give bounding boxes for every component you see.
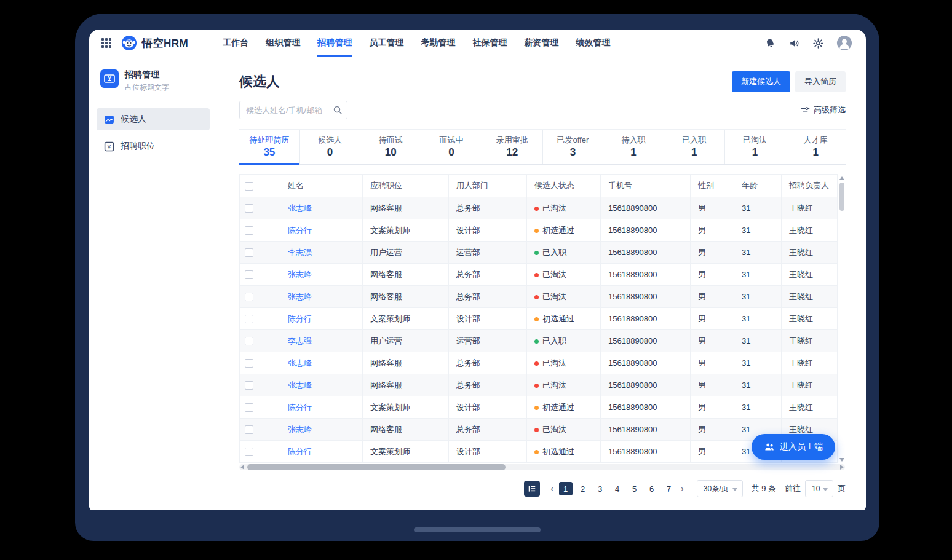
page-number[interactable]: 5 [628,482,641,495]
row-checkbox[interactable] [245,359,253,368]
status-tab[interactable]: 待处理简历 35 [239,130,299,164]
row-checkbox[interactable] [245,425,253,434]
row-checkbox[interactable] [245,204,253,213]
table-row: 张志峰 网络客服 总务部 已淘汰 15618890800 男 31 王晓红 [240,197,838,219]
page-number[interactable]: 6 [645,482,659,495]
horizontal-scroll-thumb[interactable] [247,464,506,470]
status-tab[interactable]: 已入职 1 [664,130,724,164]
candidate-name-link[interactable]: 李志强 [288,336,312,345]
candidate-name-link[interactable]: 张志峰 [288,425,312,434]
prev-page-chevron[interactable]: ‹ [547,484,557,494]
status-tab[interactable]: 面试中 0 [421,130,482,164]
candidate-name-link[interactable]: 陈分行 [288,226,312,235]
row-checkbox[interactable] [245,403,253,412]
row-checkbox[interactable] [245,448,253,456]
row-checkbox[interactable] [245,226,253,235]
next-page-chevron[interactable]: › [678,484,687,494]
laptop-notch [414,527,541,532]
nav-item[interactable]: 员工管理 [369,30,403,57]
table-row: 张志峰 网络客服 总务部 已淘汰 15618890800 男 31 王晓红 [240,286,838,308]
status-tab[interactable]: 人才库 1 [785,130,846,164]
column-header: 用人部门 [449,175,527,197]
speaker-icon[interactable] [788,37,800,49]
candidate-name-link[interactable]: 张志峰 [288,358,312,368]
status-tab[interactable]: 已发offer 3 [542,130,603,164]
candidate-name-link[interactable]: 陈分行 [288,403,312,412]
candidate-name-link[interactable]: 张志峰 [288,270,312,279]
status-dot [534,295,539,299]
status-tab[interactable]: 待面试 10 [360,130,421,164]
table-header-row: 姓名 应聘职位 用人部门 候选人状态 手机号 性别 年龄 招聘负责人 [240,175,838,197]
nav-item[interactable]: 考勤管理 [421,30,455,57]
cell-age: 31 [734,197,782,219]
cell-position: 网络客服 [363,419,449,441]
import-resume-button[interactable]: 导入简历 [795,71,846,92]
select-all-checkbox[interactable] [245,182,253,191]
row-checkbox[interactable] [245,315,253,323]
page-number[interactable]: 3 [593,482,607,495]
tab-label: 待处理简历 [249,135,289,146]
page-number[interactable]: 2 [576,482,590,495]
cell-position: 网络客服 [363,264,449,286]
status-tab[interactable]: 录用审批 12 [482,130,542,164]
laptop-frame: 悟空HRM 工作台组织管理招聘管理员工管理考勤管理社保管理薪资管理绩效管理 [75,14,879,541]
vertical-scrollbar[interactable] [838,174,846,463]
nav-item[interactable]: 薪资管理 [524,30,558,57]
table-row: 陈分行 文案策划师 设计部 初选通过 15618890800 男 31 王晓红 [240,441,838,463]
candidate-name-link[interactable]: 陈分行 [288,447,312,456]
candidate-name-link[interactable]: 张志峰 [288,292,312,301]
row-checkbox[interactable] [245,248,253,257]
status-tabs: 待处理简历 35 候选人 0 待面试 10 面试中 0 录用审批 12 已发of… [239,129,846,165]
column-header: 姓名 [280,175,363,197]
nav-item[interactable]: 社保管理 [472,30,507,57]
cell-department: 总务部 [449,352,527,374]
row-checkbox[interactable] [245,381,253,390]
enter-employee-portal-label: 进入员工端 [780,441,823,452]
scroll-right-icon[interactable] [840,465,844,470]
page-number[interactable]: 1 [559,482,573,495]
nav-item[interactable]: 绩效管理 [576,30,610,57]
candidate-name-link[interactable]: 李志强 [288,248,312,257]
scroll-left-icon[interactable] [240,465,244,470]
status-tab[interactable]: 候选人 0 [299,130,360,164]
row-checkbox[interactable] [245,270,253,279]
new-candidate-button[interactable]: 新建候选人 [732,71,790,92]
avatar[interactable] [836,35,852,51]
advanced-filter-button[interactable]: 高级筛选 [801,105,846,116]
apps-grid-icon[interactable] [101,38,111,48]
cell-gender: 男 [691,219,734,242]
cell-position: 文案策划师 [363,396,449,419]
row-checkbox[interactable] [245,293,253,301]
page-size-select[interactable]: 30条/页 [697,480,743,497]
goto-page-select[interactable]: 10 [805,480,833,497]
enter-employee-portal-button[interactable]: 进入员工端 [752,434,835,460]
vertical-scroll-thumb[interactable] [839,183,844,211]
sidebar-item-candidates[interactable]: 候选人 [97,108,210,130]
page-number[interactable]: 7 [662,482,676,495]
horizontal-scrollbar[interactable] [239,464,845,470]
nav-item[interactable]: 招聘管理 [317,30,352,57]
table-view-icon[interactable] [524,481,540,497]
cell-recruiter: 王晓红 [782,242,838,264]
status-tab[interactable]: 已淘汰 1 [724,130,785,164]
gear-icon[interactable] [812,37,824,49]
table-row: 李志强 用户运营 运营部 已入职 15618890800 男 31 王晓红 [240,242,838,264]
scroll-down-icon[interactable] [839,458,844,462]
candidate-name-link[interactable]: 陈分行 [288,314,312,323]
cell-recruiter: 王晓红 [782,396,838,419]
tab-label: 已发offer [557,135,589,146]
nav-item[interactable]: 组织管理 [266,30,300,57]
candidate-name-link[interactable]: 张志峰 [288,203,312,213]
sidebar-item-jobs[interactable]: ¥ 招聘职位 [97,135,210,157]
row-checkbox[interactable] [245,337,253,345]
module-icon: ¥ [100,69,119,88]
page-number[interactable]: 4 [611,482,624,495]
status-dot [534,207,539,211]
search-input[interactable] [239,101,347,119]
status-tab[interactable]: 待入职 1 [603,130,664,164]
nav-item[interactable]: 工作台 [223,30,248,57]
scroll-up-icon[interactable] [839,176,844,180]
bell-icon[interactable] [763,36,778,50]
tab-label: 已淘汰 [743,135,767,146]
candidate-name-link[interactable]: 张志峰 [288,381,312,390]
